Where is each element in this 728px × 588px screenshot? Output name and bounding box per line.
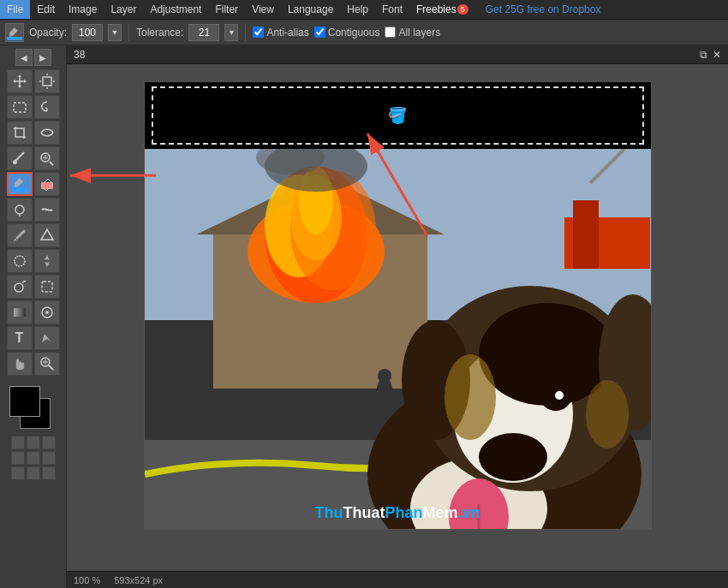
eraser-icon bbox=[39, 176, 55, 192]
menu-file[interactable]: File bbox=[0, 0, 30, 19]
svg-marker-0 bbox=[9, 27, 18, 38]
menu-font[interactable]: Font bbox=[375, 0, 409, 19]
tool-text[interactable]: T bbox=[7, 326, 33, 350]
scene-svg bbox=[145, 149, 652, 530]
menu-dropbox[interactable]: Get 25G free on Dropbox bbox=[479, 0, 608, 19]
menu-language[interactable]: Language bbox=[281, 0, 340, 19]
preset-color-8[interactable] bbox=[27, 466, 40, 480]
preset-color-9[interactable] bbox=[42, 466, 56, 480]
svg-marker-22 bbox=[41, 229, 53, 240]
tolerance-input[interactable] bbox=[188, 24, 219, 41]
anti-alias-input[interactable] bbox=[253, 27, 264, 38]
tool-group-6 bbox=[7, 198, 60, 222]
tool-smudge[interactable] bbox=[34, 198, 60, 222]
svg-rect-27 bbox=[42, 282, 52, 292]
blur-icon bbox=[12, 253, 27, 269]
opacity-dropdown[interactable]: ▼ bbox=[108, 24, 122, 41]
crop-icon bbox=[12, 125, 27, 140]
tool-blur[interactable] bbox=[7, 249, 33, 273]
tool-brush[interactable] bbox=[7, 146, 33, 170]
menu-view[interactable]: View bbox=[245, 0, 281, 19]
all-layers-checkbox[interactable]: All layers bbox=[385, 27, 440, 39]
tool-hand[interactable] bbox=[7, 352, 33, 376]
options-bar: Opacity: ▼ Tolerance: ▼ Anti-alias Conti… bbox=[0, 20, 728, 45]
svg-point-66 bbox=[445, 354, 496, 440]
all-layers-label: All layers bbox=[398, 27, 440, 39]
canvas-close-btn[interactable]: ✕ bbox=[713, 49, 721, 61]
tool-gradient[interactable] bbox=[7, 300, 33, 324]
watermark-dot-vn: .vn bbox=[458, 504, 480, 522]
tool-group-10 bbox=[7, 300, 60, 324]
preset-color-2[interactable] bbox=[27, 436, 40, 449]
menu-layer[interactable]: Layer bbox=[104, 0, 143, 19]
preset-color-3[interactable] bbox=[42, 436, 56, 449]
sharpen-icon bbox=[39, 253, 55, 269]
patch-icon bbox=[39, 279, 55, 294]
tool-spot-heal[interactable] bbox=[7, 275, 33, 299]
tool-option2[interactable] bbox=[34, 300, 60, 324]
svg-marker-6 bbox=[24, 80, 27, 83]
preset-color-4[interactable] bbox=[11, 451, 25, 465]
canvas[interactable]: 🪣 bbox=[144, 81, 652, 530]
menu-filter[interactable]: Filter bbox=[208, 0, 245, 19]
dodge-icon bbox=[12, 202, 27, 217]
tool-sharpen[interactable] bbox=[34, 249, 60, 273]
tool-group-8 bbox=[7, 249, 60, 273]
menu-freebies[interactable]: Freebies5 bbox=[409, 0, 475, 19]
tool-group-2 bbox=[7, 95, 60, 119]
all-layers-input[interactable] bbox=[385, 27, 396, 38]
tool-eraser[interactable] bbox=[34, 172, 60, 196]
watermark: ThuThuatPhanMem.vn bbox=[314, 504, 480, 522]
tool-group-3 bbox=[7, 121, 60, 145]
contiguous-input[interactable] bbox=[314, 27, 325, 38]
fill-tool-svg bbox=[7, 25, 22, 40]
svg-point-26 bbox=[15, 283, 23, 292]
status-bar: 100 % 593x524 px bbox=[67, 571, 728, 588]
menu-image[interactable]: Image bbox=[62, 0, 104, 19]
watermark-thu: Thu bbox=[314, 504, 343, 522]
preset-color-6[interactable] bbox=[42, 451, 56, 465]
tool-shape[interactable] bbox=[34, 223, 60, 247]
canvas-maximize-btn[interactable]: ⧉ bbox=[700, 49, 707, 61]
menu-adjustment[interactable]: Adjustment bbox=[143, 0, 208, 19]
nav-right-btn[interactable]: ▶ bbox=[34, 49, 51, 66]
tool-artboard[interactable] bbox=[34, 69, 60, 93]
nav-left-btn[interactable]: ◀ bbox=[15, 49, 33, 66]
preset-color-5[interactable] bbox=[27, 451, 40, 465]
tool-move[interactable] bbox=[7, 69, 33, 93]
svg-line-32 bbox=[49, 365, 53, 370]
tool-rect-select[interactable] bbox=[7, 95, 33, 119]
svg-rect-17 bbox=[12, 187, 27, 192]
svg-point-63 bbox=[555, 391, 564, 400]
menu-help[interactable]: Help bbox=[340, 0, 375, 19]
preset-color-7[interactable] bbox=[11, 466, 25, 480]
tool-lasso[interactable] bbox=[34, 95, 60, 119]
svg-rect-12 bbox=[14, 103, 26, 112]
artboard-icon bbox=[39, 74, 55, 89]
preset-color-1[interactable] bbox=[11, 436, 25, 449]
lasso-icon bbox=[39, 99, 55, 115]
opacity-input[interactable] bbox=[72, 24, 103, 41]
svg-rect-2 bbox=[7, 37, 22, 40]
tool-dodge[interactable] bbox=[7, 198, 33, 222]
tool-zoom[interactable] bbox=[34, 352, 60, 376]
tool-warp[interactable] bbox=[34, 121, 60, 145]
tool-path-select[interactable] bbox=[34, 326, 60, 350]
menu-edit[interactable]: Edit bbox=[30, 0, 62, 19]
tool-pen[interactable] bbox=[7, 223, 33, 247]
tolerance-dropdown[interactable]: ▼ bbox=[224, 24, 238, 41]
anti-alias-checkbox[interactable]: Anti-alias bbox=[253, 27, 308, 39]
tool-patch[interactable] bbox=[34, 275, 60, 299]
watermark-phan: Phan bbox=[385, 504, 422, 522]
svg-marker-15 bbox=[15, 178, 23, 187]
tool-clone[interactable] bbox=[34, 146, 60, 170]
canvas-wrapper[interactable]: 🪣 bbox=[67, 64, 728, 571]
foreground-color-swatch[interactable] bbox=[9, 386, 40, 417]
canvas-title-bar: 38 ⧉ ✕ bbox=[67, 45, 728, 64]
svg-rect-7 bbox=[43, 77, 51, 86]
tool-fill[interactable] bbox=[7, 172, 33, 196]
contiguous-checkbox[interactable]: Contiguous bbox=[314, 27, 380, 39]
svg-marker-25 bbox=[45, 262, 50, 267]
svg-rect-28 bbox=[14, 308, 26, 317]
tool-crop[interactable] bbox=[7, 121, 33, 145]
